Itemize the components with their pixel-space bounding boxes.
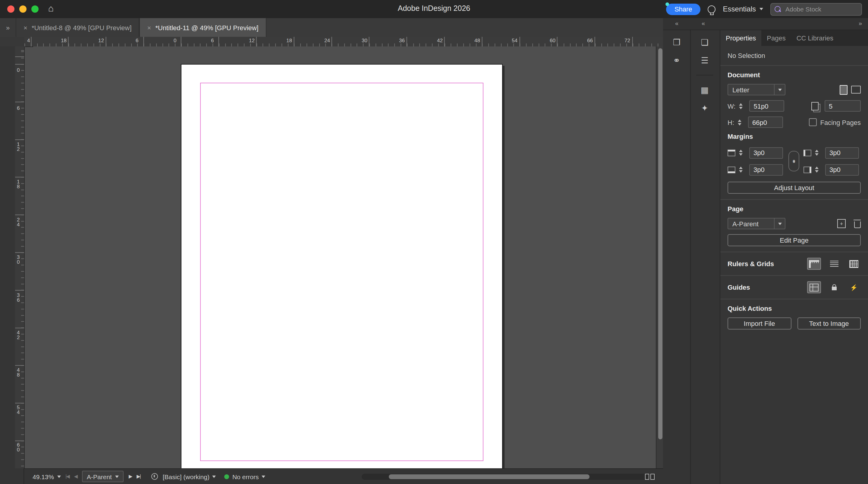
title-bar: ⌂ Adobe InDesign 2026 Share Essentials [0,0,868,19]
properties-panel: PropertiesPagesCC Libraries No Selection… [720,30,868,484]
share-button[interactable]: Share [666,3,701,15]
first-page-button[interactable]: |◀ [65,474,69,479]
link-margins-icon[interactable]: ⚭ [788,151,799,171]
stroke-panel-icon[interactable]: ☰ [701,56,708,65]
vertical-ruler[interactable]: 06121824303642485460 [15,47,25,468]
workspace-switcher[interactable]: Essentials [723,5,763,13]
document-tab[interactable]: ×*Untitled-11 @ 49% [GPU Preview] [140,18,267,37]
adobe-stock-search[interactable] [770,3,862,16]
document-grid-icon [849,260,858,268]
edit-page-button[interactable]: Edit Page [727,234,861,246]
horizontal-scrollbar[interactable] [362,474,655,480]
close-tab-icon[interactable]: × [24,24,27,31]
next-page-button[interactable]: ▶ [129,474,132,479]
panel-tab-bar: PropertiesPagesCC Libraries [720,30,868,46]
width-label: W: [727,102,736,110]
width-stepper[interactable] [739,103,746,109]
lock-guides-button[interactable] [827,281,841,293]
vertical-scrollbar[interactable] [656,47,664,468]
height-stepper[interactable] [738,119,744,125]
lock-icon [832,287,836,290]
smart-guides-button[interactable]: ⚡ [847,281,861,293]
ruler-tick-label: 72 [624,37,630,44]
close-tab-icon[interactable]: × [147,24,151,31]
inside-margin-stepper[interactable] [815,150,822,156]
ruler-tick-label: 6 [135,37,138,44]
outside-margin-stepper[interactable] [815,167,822,173]
document-tab-bar: » ×*Untitled-8 @ 49% [GPU Preview]×*Unti… [0,18,663,37]
tab-properties[interactable]: Properties [720,30,761,46]
add-page-icon[interactable]: + [837,219,846,228]
links-panel-icon[interactable]: ⚭ [673,56,680,65]
adobe-stock-search-input[interactable] [784,5,858,13]
delete-page-icon[interactable] [854,221,861,228]
ruler-tick-label: 12 [98,37,104,44]
document-tab-label: *Untitled-11 @ 49% [GPU Preview] [155,24,258,31]
width-field[interactable] [749,100,784,112]
preflight-icon[interactable] [151,473,158,480]
document-grid-button[interactable] [847,258,861,270]
pages-count-field[interactable] [825,100,861,112]
baseline-grid-button[interactable] [827,258,841,270]
import-file-button[interactable]: Import File [727,317,791,330]
chevron-down-icon [213,475,216,478]
facing-pages-checkbox[interactable] [809,118,816,126]
expand-dock-icon[interactable]: » [859,20,862,27]
ruler-tick-label: 18 [17,179,20,189]
landscape-orientation-button[interactable] [851,86,861,93]
outside-margin-field[interactable] [825,164,859,175]
ruler-origin-corner[interactable] [0,37,25,47]
discover-lightbulb-icon[interactable] [708,5,716,13]
bottom-margin-field[interactable] [749,164,783,175]
dock-header: « « » [663,18,868,30]
ruler-tick-label: 60 [17,443,20,452]
adjust-layout-button[interactable]: Adjust Layout [727,182,861,194]
ruler-tick-label: 54 [512,37,518,44]
tool-dock-collapse-icon[interactable]: » [0,18,16,37]
bottom-margin-icon [727,166,735,173]
document-page[interactable] [181,64,503,468]
tab-cc-libraries[interactable]: CC Libraries [791,30,839,46]
horizontal-ruler[interactable]: 418126061218243036424854606672 [24,37,663,47]
tab-pages[interactable]: Pages [761,30,791,46]
pages-panel-icon[interactable]: ❐ [673,37,680,47]
preflight-error-status[interactable]: No errors [224,473,266,480]
ruler-tick-label: 60 [550,37,555,44]
divider [720,199,868,200]
indesign-window: ⌂ Adobe InDesign 2026 Share Essentials »… [0,0,868,484]
ruler-tick-label: 12 [249,37,255,44]
page-size-select[interactable]: Letter [727,84,785,95]
show-rulers-button[interactable] [807,258,821,270]
last-page-button[interactable]: ▶| [136,474,140,479]
spread-view-icon[interactable] [645,474,655,480]
show-guides-button[interactable] [807,281,821,293]
collapse-dock-icon[interactable]: « [702,20,705,27]
applied-parent-select[interactable]: A-Parent [727,218,785,229]
swatches-panel-icon[interactable]: ▦ [701,85,709,95]
page-number-select[interactable]: A-Parent [82,471,124,482]
ruler-tick-label: 0 [174,37,176,44]
document-tab[interactable]: ×*Untitled-8 @ 49% [GPU Preview] [16,18,140,37]
bottom-margin-stepper[interactable] [739,167,746,173]
cc-libraries-panel-icon[interactable]: ✦ [701,103,708,113]
previous-page-button[interactable]: ◀ [74,474,77,479]
ruler-tick-label: 6 [211,37,214,44]
ruler-tick-label: 18 [286,37,292,44]
inside-margin-field[interactable] [825,147,859,159]
horizontal-scrollbar-thumb[interactable] [389,474,590,479]
top-margin-field[interactable] [749,147,783,159]
zoom-level-select[interactable]: 49.13% [33,473,61,480]
chevron-down-icon [57,475,61,478]
portrait-orientation-button[interactable] [840,85,847,94]
vertical-scrollbar-thumb[interactable] [658,48,662,439]
height-field[interactable] [748,116,783,128]
collapse-dock-icon[interactable]: « [675,20,678,27]
pasteboard[interactable] [33,47,656,468]
layers-panel-icon[interactable]: ❏ [701,37,708,47]
ruler-tick-label: 54 [17,405,20,415]
preflight-profile-select[interactable]: [Basic] (working) [163,473,216,480]
share-notification-dot [665,2,669,6]
chevron-down-icon [778,88,781,91]
text-to-image-button[interactable]: Text to Image [797,317,861,330]
top-margin-stepper[interactable] [739,150,746,156]
